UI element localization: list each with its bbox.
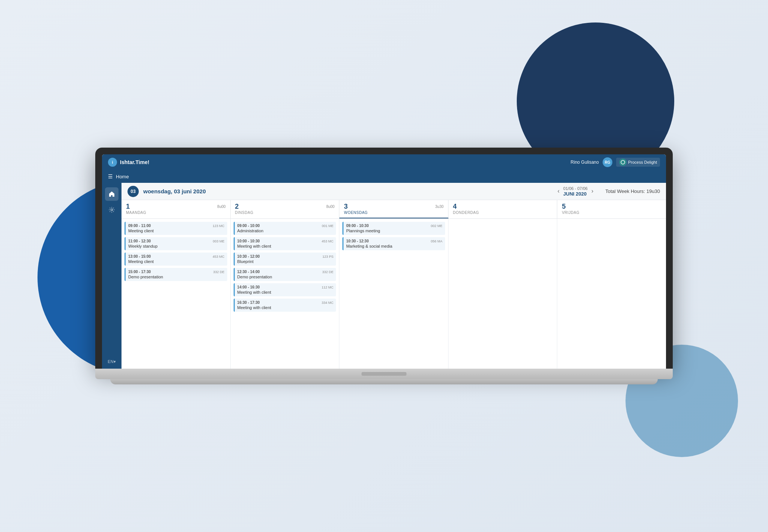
day-col-donderdag <box>448 219 558 369</box>
day-header-row: 3 3u30 <box>344 203 444 210</box>
event-time-row: 09:00 - 10:00 001 ME <box>237 224 334 228</box>
secondary-header: ☰ Home <box>102 170 666 183</box>
user-avatar[interactable]: RG <box>603 157 612 167</box>
event-time: 16:30 - 17:30 <box>237 300 260 305</box>
event-card[interactable]: 10:30 - 12:00 123 PS Blueprint <box>234 253 336 266</box>
event-time-row: 15:00 - 17:30 332 DE <box>128 270 225 274</box>
day-header-dinsdag: 2 8u00 DINSDAG <box>231 200 340 218</box>
day-hours: 8u00 <box>326 205 334 209</box>
event-time: 15:00 - 17:30 <box>128 270 151 274</box>
day-number: 3 <box>344 203 348 210</box>
company-name: Process Delight <box>628 160 657 164</box>
day-hours: 8u00 <box>217 205 225 209</box>
sidebar: EN▾ <box>102 183 122 369</box>
app-title: Ishtar.Time! <box>120 159 149 165</box>
lang-switcher[interactable]: EN▾ <box>108 359 116 364</box>
event-title: Meeting with client <box>237 244 334 248</box>
event-code: 001 ME <box>322 224 333 228</box>
event-time-row: 10:30 - 12:30 056 MA <box>346 239 442 243</box>
day-number: 1 <box>126 203 130 210</box>
day-header-woensdag: 3 3u30 WOENSDAG <box>339 200 448 218</box>
day-col-maandag: 09:00 - 11:00 123 MC Meeting client 11:0… <box>122 219 231 369</box>
event-code: 112 MC <box>322 285 334 289</box>
event-time-row: 16:30 - 17:30 334 MC <box>237 300 334 305</box>
event-code: 056 MA <box>431 239 442 243</box>
event-time-row: 09:00 - 10:30 002 ME <box>346 224 442 228</box>
week-nav-center: ‹ 01/06 - 07/06 JUNI 2020 › <box>558 186 594 197</box>
event-title: Meeting client <box>128 259 225 264</box>
event-title: Weekly standup <box>128 244 225 248</box>
event-title: Administration <box>237 229 334 233</box>
day-number: 5 <box>562 203 566 210</box>
event-time-row: 09:00 - 11:00 123 MC <box>128 224 225 228</box>
event-card[interactable]: 11:00 - 12:30 003 ME Weekly standup <box>124 237 227 250</box>
week-range-month: JUNI 2020 <box>563 191 588 197</box>
day-col-woensdag: 09:00 - 10:30 002 ME Plannings meeting 1… <box>339 219 448 369</box>
app-container: i Ishtar.Time! Rino Gulisano RG Process … <box>102 154 666 369</box>
top-header: i Ishtar.Time! Rino Gulisano RG Process … <box>102 154 666 170</box>
event-card[interactable]: 09:00 - 10:30 002 ME Plannings meeting <box>342 222 445 235</box>
event-time-row: 11:00 - 12:30 003 ME <box>128 239 225 243</box>
event-code: 123 MC <box>213 224 225 228</box>
event-time: 09:00 - 11:00 <box>128 224 151 228</box>
company-badge[interactable]: Process Delight <box>616 158 660 167</box>
day-number: 2 <box>235 203 239 210</box>
calendar-area: 03 woensdag, 03 juni 2020 ‹ 01/06 - 07/0… <box>122 183 666 369</box>
event-title: Marketing & social media <box>346 244 442 248</box>
event-card[interactable]: 15:00 - 17:30 332 DE Demo presentation <box>124 268 227 281</box>
event-code: 332 DE <box>322 270 333 274</box>
event-time: 09:00 - 10:30 <box>346 224 369 228</box>
day-col-dinsdag: 09:00 - 10:00 001 ME Administration 10:0… <box>231 219 340 369</box>
event-time: 09:00 - 10:00 <box>237 224 260 228</box>
event-card[interactable]: 13:00 - 15:00 453 MC Meeting client <box>124 253 227 266</box>
event-card[interactable]: 10:00 - 10:30 453 MC Meeting with client <box>234 237 336 250</box>
day-name: VRIJDAG <box>562 211 662 215</box>
event-title: Demo presentation <box>237 275 334 279</box>
day-name: MAANDAG <box>126 211 226 215</box>
event-card[interactable]: 09:00 - 10:00 001 ME Administration <box>234 222 336 235</box>
day-col-vrijdag <box>557 219 666 369</box>
logo-area: i Ishtar.Time! <box>108 158 149 167</box>
event-code: 453 MC <box>322 239 334 243</box>
event-code: 002 ME <box>431 224 442 228</box>
next-week-button[interactable]: › <box>591 188 593 194</box>
current-date: woensdag, 03 juni 2020 <box>143 188 553 194</box>
day-header-donderdag: 4 DONDERDAG <box>448 200 558 218</box>
scene: i Ishtar.Time! Rino Gulisano RG Process … <box>0 0 768 532</box>
date-badge: 03 <box>128 186 139 197</box>
prev-week-button[interactable]: ‹ <box>558 188 560 194</box>
event-card[interactable]: 16:30 - 17:30 334 MC Meeting with client <box>234 299 336 312</box>
company-icon <box>619 158 627 166</box>
user-name: Rino Gulisano <box>571 160 599 165</box>
event-card[interactable]: 10:30 - 12:30 056 MA Marketing & social … <box>342 237 445 250</box>
day-columns: 09:00 - 11:00 123 MC Meeting client 11:0… <box>122 219 666 369</box>
event-title: Meeting with client <box>237 290 334 294</box>
event-title: Blueprint <box>237 259 334 264</box>
event-card[interactable]: 12:30 - 14:00 332 DE Demo presentation <box>234 268 336 281</box>
event-card[interactable]: 09:00 - 11:00 123 MC Meeting client <box>124 222 227 235</box>
day-header-row: 5 <box>562 203 662 210</box>
sidebar-item-home[interactable] <box>105 187 118 201</box>
week-nav: 03 woensdag, 03 juni 2020 ‹ 01/06 - 07/0… <box>122 183 666 200</box>
event-card[interactable]: 14:00 - 16:30 112 MC Meeting with client <box>234 283 336 296</box>
event-title: Demo presentation <box>128 275 225 279</box>
event-code: 332 DE <box>213 270 225 274</box>
laptop: i Ishtar.Time! Rino Gulisano RG Process … <box>95 148 673 384</box>
day-name: WOENSDAG <box>344 211 444 215</box>
event-time-row: 10:00 - 10:30 453 MC <box>237 239 334 243</box>
event-time: 13:00 - 15:00 <box>128 254 151 259</box>
laptop-base <box>95 369 673 379</box>
day-header-vrijdag: 5 VRIJDAG <box>557 200 666 218</box>
sidebar-item-settings[interactable] <box>105 203 118 217</box>
event-code: 334 MC <box>322 301 334 305</box>
day-header-maandag: 1 8u00 MAANDAG <box>122 200 231 218</box>
logo-icon: i <box>108 158 117 167</box>
event-time: 10:30 - 12:30 <box>346 239 369 243</box>
week-range-info: 01/06 - 07/06 JUNI 2020 <box>563 186 588 197</box>
event-time-row: 12:30 - 14:00 332 DE <box>237 270 334 274</box>
laptop-bottom <box>110 379 658 384</box>
hamburger-icon[interactable]: ☰ <box>108 173 113 179</box>
day-hours: 3u30 <box>435 205 444 209</box>
event-code: 003 ME <box>213 239 225 243</box>
day-header-row: 2 8u00 <box>235 203 335 210</box>
